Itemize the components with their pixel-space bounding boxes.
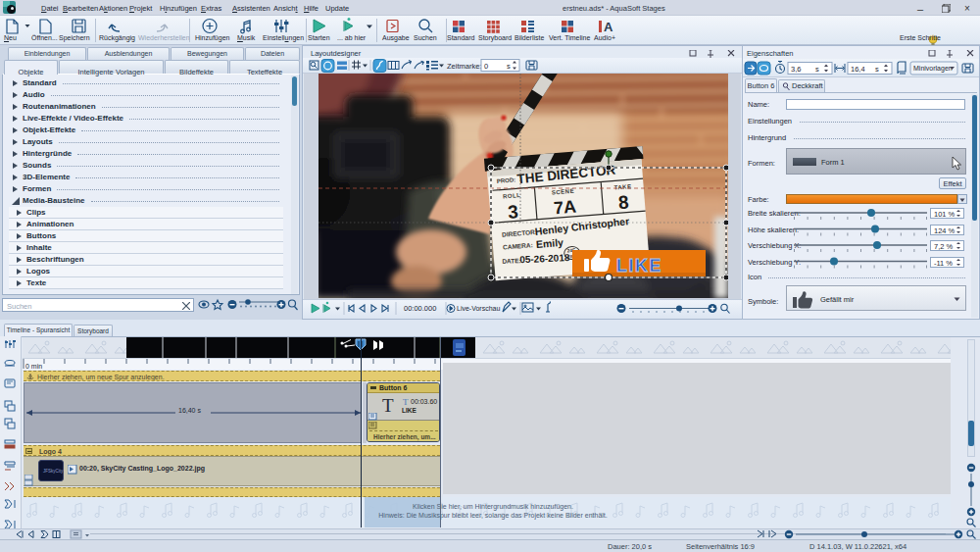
svg-text:16,40 s: 16,40 s [178,407,201,414]
svg-text:Hinweis: Die Musikspur bleibt: Hinweis: Die Musikspur bleibt leer, sola… [378,512,608,520]
svg-text:Live-Vorschau: Live-Vorschau [457,305,500,312]
svg-text:Klicken Sie hier, um Hintergru: Klicken Sie hier, um Hintergrundmusik hi… [413,503,573,511]
svg-text:3,6: 3,6 [791,65,801,74]
svg-text:0 min: 0 min [25,363,42,370]
svg-text:s: s [507,62,511,71]
svg-text:s: s [815,65,819,74]
svg-text:DATE:: DATE: [502,257,521,265]
svg-text:0: 0 [484,62,488,71]
svg-text:s: s [875,65,879,74]
svg-text:Minivorlagen: Minivorlagen [913,65,953,73]
svg-text:A: A [604,20,613,34]
svg-text:7A: 7A [553,197,577,219]
svg-text:LIKE: LIKE [616,256,662,276]
svg-text:Emily: Emily [535,236,564,250]
svg-text:05-26-2018: 05-26-2018 [519,252,570,265]
svg-text:8: 8 [617,191,629,213]
svg-text:00:00.000: 00:00.000 [404,304,436,313]
svg-text:16,4: 16,4 [851,65,865,74]
svg-text:3: 3 [507,201,518,223]
svg-text:Zeitmarke:: Zeitmarke: [447,62,481,71]
